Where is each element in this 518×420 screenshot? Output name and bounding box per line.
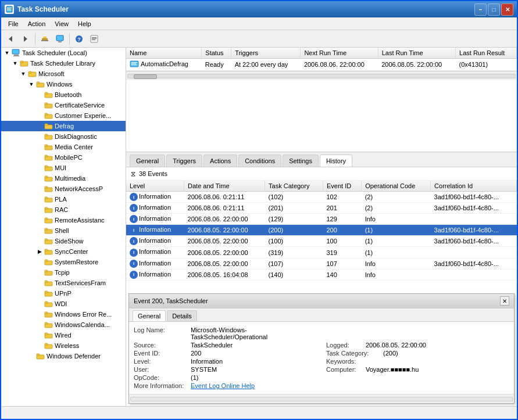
close-button[interactable]: ✕ xyxy=(501,3,513,16)
event-row[interactable]: iInformation 2006.08.06. 0:21:11 (102) 1… xyxy=(126,192,517,203)
menu-action[interactable]: Action xyxy=(23,19,51,28)
svg-rect-10 xyxy=(58,41,62,42)
tree-item[interactable]: Multimedia xyxy=(1,173,126,184)
tree-item[interactable]: Tcpip xyxy=(1,267,126,278)
tree-expand-icon[interactable] xyxy=(35,121,44,131)
tree-expand-icon[interactable] xyxy=(35,205,44,214)
tree-item[interactable]: WindowsCalenda... xyxy=(1,320,126,330)
tree-expand-icon[interactable] xyxy=(35,226,44,235)
event-row[interactable]: iInformation 2006.08.05. 22:00:00 (200) … xyxy=(126,225,517,236)
tree-expand-icon[interactable] xyxy=(35,257,44,267)
tree-expand-icon[interactable] xyxy=(35,132,44,141)
event-row[interactable]: iInformation 2006.08.06. 0:21:11 (201) 2… xyxy=(126,203,517,214)
maximize-button[interactable]: □ xyxy=(488,3,500,16)
tree-expand-icon[interactable] xyxy=(35,90,44,99)
tab-general[interactable]: General xyxy=(130,155,165,167)
tree-item[interactable]: NetworkAccessP xyxy=(1,184,126,194)
menu-view[interactable]: View xyxy=(50,19,73,28)
tree-item[interactable]: CertificateService xyxy=(1,100,126,110)
tree-expand-icon[interactable] xyxy=(35,174,44,183)
tree-item[interactable]: Customer Experie... xyxy=(1,110,126,121)
tree-item[interactable]: UPnP xyxy=(1,288,126,299)
up-button[interactable] xyxy=(38,32,52,46)
menu-file[interactable]: File xyxy=(3,19,23,28)
tree-item[interactable]: Wireless xyxy=(1,340,126,351)
tree-item[interactable]: ▶SyncCenter xyxy=(1,246,126,257)
tree-expand-icon[interactable]: ▼ xyxy=(27,80,36,89)
tree-item[interactable]: Windows Defender xyxy=(1,351,126,361)
tab-actions[interactable]: Actions xyxy=(203,155,237,167)
event-row[interactable]: iInformation 2006.08.06. 22:00:00 (129) … xyxy=(126,214,517,225)
tree-item[interactable]: ▼Windows xyxy=(1,79,126,89)
event-row[interactable]: iInformation 2006.08.05. 22:00:00 (100) … xyxy=(126,236,517,247)
tree-item[interactable]: SideShow xyxy=(1,236,126,246)
tab-conditions[interactable]: Conditions xyxy=(238,155,281,167)
tree-expand-icon[interactable]: ▼ xyxy=(10,59,20,68)
tree-expand-icon[interactable] xyxy=(35,341,44,350)
event-row[interactable]: iInformation 2006.08.05. 22:00:00 (319) … xyxy=(126,247,517,258)
tree-expand-icon[interactable]: ▼ xyxy=(19,69,28,78)
tree-item[interactable]: WDI xyxy=(1,299,126,309)
more-info-link[interactable]: Event Log Online Help xyxy=(191,382,255,389)
tree-item[interactable]: ▼Task Scheduler (Local) xyxy=(1,48,126,58)
tree-expand-icon[interactable] xyxy=(35,163,44,173)
tree-expand-icon[interactable] xyxy=(35,153,44,162)
tree-expand-icon[interactable] xyxy=(35,268,44,277)
tree-expand-icon[interactable] xyxy=(35,184,44,193)
minimize-button[interactable]: – xyxy=(474,3,487,16)
back-button[interactable] xyxy=(3,32,17,46)
tree-expand-icon[interactable] xyxy=(35,331,44,340)
tree-expand-icon[interactable] xyxy=(35,111,44,120)
event-detail-close-button[interactable]: ✕ xyxy=(500,296,509,306)
event-row[interactable]: iInformation 2006.08.05. 22:00:00 (107) … xyxy=(126,258,517,269)
task-row[interactable]: AutomaticDefrag Ready At 22:00 every day… xyxy=(126,59,517,71)
event-row[interactable]: iInformation 2006.08.05. 16:04:08 (140) … xyxy=(126,269,517,280)
tree-expand-icon[interactable] xyxy=(35,100,44,110)
computer-label: Computer: xyxy=(326,366,361,373)
tree-expand-icon[interactable] xyxy=(35,310,44,319)
tab-history[interactable]: History xyxy=(320,155,352,167)
tree-expand-icon[interactable] xyxy=(35,142,44,152)
svg-rect-3 xyxy=(7,10,11,10)
event-id: 319 xyxy=(323,247,361,258)
export-button[interactable] xyxy=(87,32,101,46)
forward-button[interactable] xyxy=(19,32,33,46)
tree-item[interactable]: RAC xyxy=(1,204,126,215)
tree-item[interactable]: ▼Microsoft xyxy=(1,69,126,79)
tree-item[interactable]: MUI xyxy=(1,163,126,173)
help-button[interactable]: ? xyxy=(72,32,86,46)
computer-button[interactable] xyxy=(53,32,67,46)
tree-item[interactable]: ▼Task Scheduler Library xyxy=(1,58,126,69)
level-value: Information xyxy=(191,358,223,365)
tree-item[interactable]: TextServicesFram xyxy=(1,278,126,288)
tree-item[interactable]: Shell xyxy=(1,225,126,236)
menu-help[interactable]: Help xyxy=(73,19,96,28)
detail-tab-general[interactable]: General xyxy=(133,310,166,321)
tree-expand-icon[interactable] xyxy=(35,195,44,204)
tree-item[interactable]: SystemRestore xyxy=(1,257,126,267)
tree-item[interactable]: Windows Error Re... xyxy=(1,309,126,320)
folder-icon xyxy=(44,195,53,203)
tree-expand-icon[interactable]: ▶ xyxy=(35,247,44,256)
tree-expand-icon[interactable] xyxy=(35,289,44,298)
tree-item[interactable]: PLA xyxy=(1,194,126,204)
tree-item[interactable]: Defrag xyxy=(1,121,126,131)
event-level: iInformation xyxy=(126,214,184,225)
events-table-container[interactable]: Level Date and Time Task Category Event … xyxy=(126,181,517,291)
tab-settings[interactable]: Settings xyxy=(283,155,319,167)
tree-item[interactable]: Media Center xyxy=(1,142,126,152)
tree-expand-icon[interactable]: ▼ xyxy=(2,48,12,58)
tree-item[interactable]: RemoteAssistanc xyxy=(1,215,126,225)
tree-expand-icon[interactable] xyxy=(35,299,44,308)
tree-expand-icon[interactable] xyxy=(35,320,44,329)
tree-expand-icon[interactable] xyxy=(27,351,36,361)
tree-expand-icon[interactable] xyxy=(35,216,44,225)
tree-item[interactable]: MobilePC xyxy=(1,152,126,163)
tree-expand-icon[interactable] xyxy=(35,236,44,246)
tree-item[interactable]: Bluetooth xyxy=(1,89,126,100)
tree-item[interactable]: DiskDiagnostic xyxy=(1,131,126,142)
detail-tab-details[interactable]: Details xyxy=(167,310,197,321)
tree-item[interactable]: Wired xyxy=(1,330,126,340)
tab-triggers[interactable]: Triggers xyxy=(166,155,202,167)
tree-expand-icon[interactable] xyxy=(35,278,44,288)
